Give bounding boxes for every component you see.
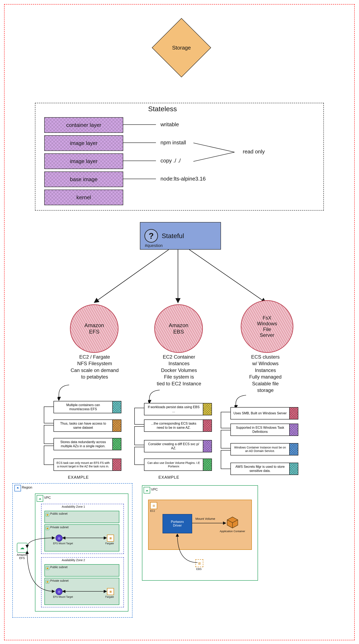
ebs-in-arrow: [148, 390, 160, 404]
layer-2: image layer: [44, 154, 123, 169]
fsx-note-0: Uses SMB, Built on Windows Server: [230, 407, 298, 420]
fsx-note-1: Supported in ECS Windows Task Definition…: [230, 424, 298, 436]
app-container-label: Application Container: [220, 530, 245, 533]
ec2-label: EC2: [150, 510, 155, 512]
efs-note-2: Stores data redundantly across multiple …: [54, 438, 121, 450]
swatch: [290, 407, 298, 420]
ebs-note-0: If workloads persist data using EBS ...: [144, 403, 212, 415]
fsx-note-2: Windows Container Instance must be on an…: [230, 443, 298, 456]
ebs-icon: ▥: [195, 559, 203, 567]
ebs-connectors: [134, 407, 145, 479]
amazon-efs-label: Amazon EFS: [15, 553, 29, 560]
efs-in-arrow: [58, 384, 70, 401]
stateful-title: Stateful: [162, 232, 184, 240]
efs-mount-target-icon-2: ◎: [56, 588, 63, 595]
readonly-label: read only: [243, 148, 265, 155]
stateless-title: Stateless: [148, 105, 177, 113]
storage-diamond: Storage: [152, 18, 211, 77]
az1-label: Availability Zone 1: [62, 505, 85, 508]
swatch: [290, 463, 298, 475]
az2-label: Availability Zone 2: [62, 558, 85, 562]
connector-line: [123, 142, 156, 143]
ec2-icon: ▤: [150, 502, 157, 509]
stateful-box: ? Stateful #question: [140, 222, 221, 250]
storage-label: Storage: [172, 44, 191, 51]
vpc-icon: ☁: [37, 495, 43, 502]
stateful-tag: #question: [145, 243, 163, 248]
fsx-circle: FsX Windows File Server: [241, 300, 293, 353]
efs-example-label: EXAMPLE: [68, 475, 89, 480]
lock-icon: 🔒: [46, 513, 49, 516]
fsx-connectors: [220, 411, 232, 483]
svg-line-4: [189, 250, 265, 302]
efs-circle: Amazon EFS: [70, 304, 119, 353]
efs-desc: EC2 / Fargate NFS Filesystem Can scale o…: [66, 354, 123, 380]
efs-note-3: ECS task can only mount an EFS FS with a…: [54, 458, 121, 471]
mount-target-label-2: EFS Mount Target: [53, 596, 73, 598]
mount-volume-label: Mount Volume: [195, 517, 215, 520]
swatch: [203, 420, 212, 432]
region-label: Region: [22, 486, 32, 489]
ebs-note-1: ...the corresponding ECS tasks need to b…: [144, 420, 212, 432]
vpc-label: VPC: [44, 496, 51, 500]
fargate-label-2: Fargate: [105, 596, 114, 598]
fargate-icon-2: ▦: [107, 588, 114, 595]
az1-public-subnet: 🔒Public subnet: [45, 511, 119, 523]
vpc2-icon: ☁: [144, 487, 150, 494]
ebs-label: EBS: [196, 568, 202, 570]
efs-mount-target-icon-1: ◎: [56, 534, 63, 542]
annot-writable: writable: [160, 121, 179, 128]
swatch: [113, 401, 121, 413]
az2-public-subnet: 🔒Public subnet: [45, 564, 119, 576]
lock-icon: 🔒: [46, 566, 49, 570]
lock-icon: 🔒: [46, 580, 49, 584]
fsx-note-3: AWS Secrets Mgr is used to store sensiti…: [230, 463, 298, 475]
efs-connectors: [43, 405, 55, 479]
layer-3: base image: [44, 172, 123, 187]
swatch: [290, 424, 298, 436]
ebs-note-3: Can also use Docker Volume Plugins. I.E …: [144, 458, 212, 471]
efs-note-1: Thus, tasks can have access to same data…: [54, 420, 121, 432]
ebs-note-2: Consider creating a diff ECS svc p/ AZ.: [144, 440, 212, 452]
swatch: [113, 438, 121, 450]
amazon-efs-icon: ☁: [17, 543, 28, 553]
annot-copy: copy ./ ./: [160, 158, 181, 164]
fargate-label-1: Fargate: [105, 542, 114, 545]
ebs-desc: EC2 Container Instances Docker Volumes F…: [148, 354, 210, 387]
layer-0: container layer: [44, 117, 123, 133]
question-icon: ?: [144, 229, 158, 243]
region-icon: ⚑: [15, 485, 21, 492]
annot-base: node:lts-alpine3.16: [160, 176, 206, 182]
fsx-desc: ECS clusters w/ Windows Instances Fully …: [234, 354, 296, 394]
swatch: [113, 458, 121, 471]
efs-note-0: Multiple containers can mount/access EFS: [54, 401, 121, 413]
swatch: [203, 440, 212, 452]
swatch: [203, 458, 212, 471]
connector-line: [123, 160, 156, 161]
mount-target-label-1: EFS Mount Target: [53, 542, 73, 545]
svg-line-2: [95, 250, 169, 302]
swatch: [203, 403, 212, 415]
ebs-circle: Amazon EBS: [154, 304, 203, 353]
branch-arrows: [62, 249, 292, 306]
portworx-driver: Portworx Driver: [163, 514, 192, 534]
annot-npm: npm install: [160, 140, 186, 146]
lock-icon: 🔒: [46, 526, 49, 530]
layer-1: image layer: [44, 135, 123, 151]
fargate-icon-1: ▦: [107, 534, 114, 542]
application-container-icon: [226, 516, 239, 528]
connector-line: [123, 124, 156, 125]
swatch: [290, 443, 298, 456]
swatch: [113, 420, 121, 432]
ebs-example-label: EXAMPLE: [158, 475, 179, 480]
vpc2-label: VPC: [151, 488, 158, 492]
layer-4: kernel: [44, 190, 123, 205]
connector-line: [123, 179, 156, 179]
